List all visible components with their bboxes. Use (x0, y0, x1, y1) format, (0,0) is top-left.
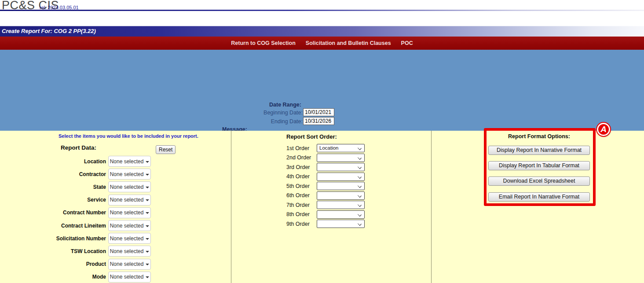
contractor-multiselect[interactable]: None selected (108, 169, 151, 180)
sort-order-row: 3rd Order (286, 162, 365, 172)
field-label-location: Location (0, 158, 106, 165)
sort-select-4th[interactable] (317, 173, 365, 181)
sort-select-2nd[interactable] (317, 154, 365, 162)
sort-select-5th[interactable] (317, 182, 365, 190)
sort-order-row: 4th Order (286, 172, 365, 182)
report-data-row: Mode None selected (0, 271, 231, 283)
report-data-row: TSW Location None selected (0, 245, 231, 257)
sort-label-7th: 7th Order (286, 202, 317, 208)
sort-label-5th: 5th Order (286, 183, 317, 189)
report-data-row: Location None selected (0, 155, 231, 168)
sort-label-3rd: 3rd Order (286, 164, 317, 170)
report-data-row: Contract Lineitem None selected (0, 219, 231, 232)
format-options-heading: Report Format Options: (488, 133, 590, 140)
chevron-down-icon (358, 156, 362, 160)
chevron-down-icon (358, 175, 362, 179)
ending-date-label: Ending Date: (223, 118, 303, 125)
field-label-product: Product (0, 261, 106, 267)
report-data-row: Solicitation Number None selected (0, 232, 231, 245)
caret-down-icon (146, 238, 149, 240)
nav-item-return-to-cog-selection[interactable]: Return to COG Selection (231, 40, 296, 46)
sort-label-2nd: 2nd Order (286, 154, 317, 161)
report-builder-panel: Select the items you would like to be in… (0, 131, 644, 283)
annotation-badge-a: A (597, 123, 610, 136)
download-excel-button[interactable]: Download Excel Spreadsheet (488, 176, 590, 186)
caret-down-icon (146, 251, 149, 253)
sort-select-7th[interactable] (317, 201, 365, 209)
field-label-contract-lineitem: Contract Lineitem (0, 223, 106, 229)
caret-down-icon (146, 174, 149, 176)
sort-order-row: 2nd Order (286, 153, 365, 163)
service-multiselect[interactable]: None selected (108, 195, 151, 206)
sort-select-8th[interactable] (317, 210, 365, 219)
beginning-date-input[interactable] (303, 108, 334, 116)
sort-label-9th: 9th Order (286, 221, 317, 227)
chevron-down-icon (358, 213, 362, 217)
sort-select-1st[interactable]: Location (317, 144, 365, 152)
ending-date-input[interactable] (303, 117, 334, 125)
page: PC&S CIS rel. 2024.03.05.01 Create Repor… (0, 0, 644, 283)
chevron-down-icon (358, 146, 362, 150)
nav-bar: Return to COG Selection Solicitation and… (0, 37, 644, 50)
sort-order-row: 8th Order (286, 210, 365, 220)
date-range-heading: Date Range: (269, 102, 301, 108)
field-label-service: Service (0, 197, 106, 203)
report-data-row: Service None selected (0, 194, 231, 206)
sort-label-6th: 6th Order (286, 192, 317, 198)
field-label-mode: Mode (0, 274, 106, 280)
title-bar: Create Report For: COG 2 PP(3.22) (0, 26, 644, 37)
report-data-instruction: Select the items you would like to be in… (59, 133, 198, 139)
header-divider (0, 10, 644, 11)
sort-order-row: 6th Order (286, 191, 365, 201)
mode-multiselect[interactable]: None selected (108, 272, 151, 283)
chevron-down-icon (358, 222, 362, 226)
contract-number-multiselect[interactable]: None selected (108, 207, 151, 218)
report-data-row: Product None selected (0, 258, 231, 271)
sort-order-row: 9th Order (286, 219, 365, 229)
field-label-state: State (0, 184, 106, 190)
state-multiselect[interactable]: None selected (108, 181, 151, 192)
report-data-row: Contract Number None selected (0, 206, 231, 219)
report-data-rows: Location None selected Contractor None s… (0, 155, 231, 283)
field-label-solicitation-number: Solicitation Number (0, 235, 106, 242)
chevron-down-icon (358, 165, 362, 169)
sort-select-6th[interactable] (317, 191, 365, 200)
caret-down-icon (146, 276, 149, 278)
sort-label-4th: 4th Order (286, 173, 317, 180)
caret-down-icon (146, 264, 149, 265)
sort-order-rows: 1st Order Location 2nd Order 3rd Order 4… (286, 143, 365, 229)
nav-item-solicitation-bulletin-clauses[interactable]: Solicitation and Bulletin Clauses (306, 40, 391, 46)
sort-order-heading: Report Sort Order: (286, 133, 337, 140)
page-title: Create Report For: COG 2 PP(3.22) (2, 26, 96, 37)
contract-lineitem-multiselect[interactable]: None selected (108, 220, 151, 231)
tsw-location-multiselect[interactable]: None selected (108, 246, 151, 257)
sort-select-9th[interactable] (317, 220, 365, 228)
app-header: PC&S CIS rel. 2024.03.05.01 (0, 0, 644, 26)
reset-button[interactable]: Reset (156, 145, 176, 154)
date-message-panel: Date Range: Beginning Date: Ending Date:… (0, 50, 644, 131)
field-label-contractor: Contractor (0, 171, 106, 177)
solicitation-number-multiselect[interactable]: None selected (108, 233, 151, 244)
product-multiselect[interactable]: None selected (108, 259, 151, 270)
caret-down-icon (146, 187, 149, 188)
chevron-down-icon (358, 194, 362, 198)
chevron-down-icon (358, 184, 362, 188)
email-report-narrative-button[interactable]: Email Report In Narrative Format (488, 192, 590, 202)
caret-down-icon (146, 199, 149, 201)
nav-item-poc[interactable]: POC (401, 40, 413, 46)
caret-down-icon (146, 161, 149, 163)
display-report-tabular-button[interactable]: Display Report In Tabular Format (488, 161, 590, 170)
chevron-down-icon (358, 203, 362, 207)
report-data-row: Contractor None selected (0, 168, 231, 180)
field-label-contract-number: Contract Number (0, 209, 106, 216)
sort-select-3rd[interactable] (317, 163, 365, 171)
sort-label-1st: 1st Order (286, 145, 317, 151)
caret-down-icon (146, 212, 149, 214)
caret-down-icon (146, 225, 149, 227)
beginning-date-label: Beginning Date: (223, 110, 303, 116)
report-data-heading: Report Data: (61, 144, 96, 151)
column-divider (431, 131, 432, 283)
sort-order-row: 5th Order (286, 181, 365, 191)
display-report-narrative-button[interactable]: Display Report In Narrative Format (488, 146, 590, 155)
location-multiselect[interactable]: None selected (108, 156, 151, 167)
